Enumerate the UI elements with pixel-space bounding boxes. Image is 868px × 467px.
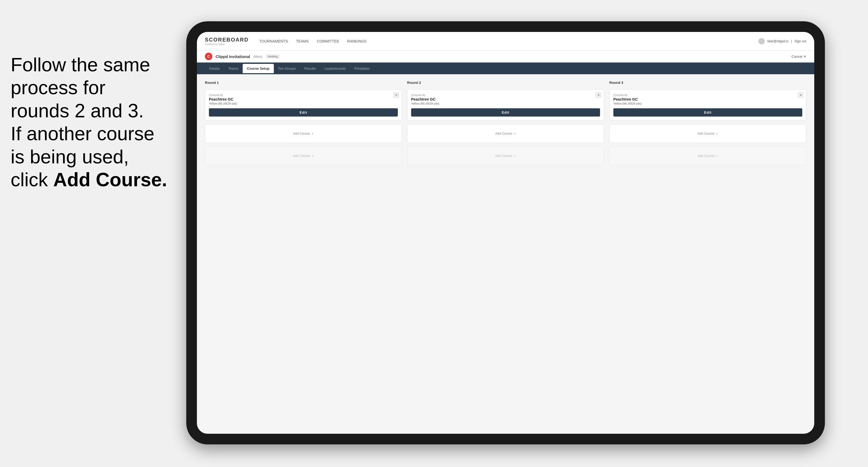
round-3-course-name: Peachtree GC	[613, 97, 802, 101]
round-3-plus-icon: +	[716, 131, 718, 136]
round-2-add-course-text-2: Add Course +	[495, 154, 516, 158]
sub-header: C Clippd Invitational (Men) Hosting Canc…	[197, 51, 814, 63]
round-3-edit-button[interactable]: Edit	[613, 108, 802, 117]
round-2-add-course-card[interactable]: Add Course +	[407, 124, 604, 143]
round-3-add-course-card-2[interactable]: Add Course +	[609, 147, 806, 165]
user-email: blair@clippd.io	[767, 39, 788, 43]
round-1-add-course-card-2[interactable]: Add Course +	[205, 147, 402, 165]
tab-printables[interactable]: Printables	[350, 64, 374, 73]
tab-tee-groups[interactable]: Tee Groups	[274, 64, 300, 73]
round-1-add-course-text-2: Add Course +	[293, 154, 314, 158]
round-1-add-course-text: Add Course +	[293, 131, 314, 136]
round-2-course-name: Peachtree GC	[411, 97, 600, 101]
separator: |	[791, 39, 792, 43]
main-content: Round 1 ✕ (Course A) Peachtree GC Yellow…	[197, 74, 814, 434]
round-3-course-card: ✕ (Course A) Peachtree GC Yellow (M) (66…	[609, 89, 806, 121]
round-2-edit-button[interactable]: Edit	[411, 108, 600, 117]
instruction-text: Follow the same process for rounds 2 and…	[0, 42, 181, 202]
round-1-course-details: Yellow (M) (6629 yds)	[209, 102, 398, 105]
logo-area: SCOREBOARD Powered by clippd	[205, 37, 249, 45]
round-2-column: Round 2 ✕ (Course A) Peachtree GC Yellow…	[407, 81, 604, 165]
nav-teams[interactable]: TEAMS	[296, 38, 309, 45]
round-1-course-name: Peachtree GC	[209, 97, 398, 101]
tablet-screen: SCOREBOARD Powered by clippd TOURNAMENTS…	[197, 32, 814, 434]
round-2-course-card: ✕ (Course A) Peachtree GC Yellow (M) (66…	[407, 89, 604, 121]
tab-details[interactable]: Details	[205, 64, 224, 73]
tab-leaderboards[interactable]: Leaderboards	[320, 64, 350, 73]
logo-scoreboard: SCOREBOARD	[205, 37, 249, 43]
clippd-icon: C	[205, 53, 212, 60]
round-2-add-course-card-2[interactable]: Add Course +	[407, 147, 604, 165]
tab-teams[interactable]: Teams	[224, 64, 243, 73]
round-3-add-course-text: Add Course +	[698, 131, 718, 136]
round-2-plus-icon-2: +	[514, 154, 516, 158]
tournament-name: Clippd Invitational	[216, 54, 250, 59]
nav-committee[interactable]: COMMITTEE	[317, 38, 339, 45]
tournament-info: C Clippd Invitational (Men) Hosting	[205, 53, 280, 60]
tab-results[interactable]: Results	[300, 64, 320, 73]
round-2-add-course-text: Add Course +	[495, 131, 516, 136]
round-3-course-details: Yellow (M) (6629 yds)	[613, 102, 802, 105]
round-3-add-course-card[interactable]: Add Course +	[609, 124, 806, 143]
cancel-x-icon: ✕	[803, 55, 806, 59]
round-3-title: Round 3	[609, 81, 806, 85]
round-1-course-card: ✕ (Course A) Peachtree GC Yellow (M) (66…	[205, 89, 402, 121]
round-2-delete-button[interactable]: ✕	[596, 92, 601, 98]
sign-out-link[interactable]: Sign out	[795, 39, 806, 43]
tab-bar: Details Teams Course Setup Tee Groups Re…	[197, 63, 814, 74]
round-1-column: Round 1 ✕ (Course A) Peachtree GC Yellow…	[205, 81, 402, 165]
nav-tournaments[interactable]: TOURNAMENTS	[259, 38, 288, 45]
round-1-course-label: (Course A)	[209, 93, 398, 97]
tournament-gender: (Men)	[253, 55, 262, 59]
round-1-plus-icon-2: +	[312, 154, 314, 158]
round-3-course-label: (Course A)	[613, 93, 802, 97]
round-2-title: Round 2	[407, 81, 604, 85]
round-3-delete-button[interactable]: ✕	[798, 92, 803, 98]
round-2-course-details: Yellow (M) (6629 yds)	[411, 102, 600, 105]
round-1-edit-button[interactable]: Edit	[209, 108, 398, 117]
round-3-column: Round 3 ✕ (Course A) Peachtree GC Yellow…	[609, 81, 806, 165]
round-1-title: Round 1	[205, 81, 402, 85]
hosting-badge: Hosting	[266, 54, 280, 59]
round-2-plus-icon: +	[514, 131, 516, 136]
logo-powered: Powered by clippd	[205, 43, 249, 45]
round-3-plus-icon-2: +	[716, 154, 718, 158]
user-area: blair@clippd.io | Sign out	[758, 38, 806, 44]
tab-course-setup[interactable]: Course Setup	[243, 64, 274, 73]
rounds-grid: Round 1 ✕ (Course A) Peachtree GC Yellow…	[205, 81, 806, 165]
cancel-button[interactable]: Cancel ✕	[792, 55, 806, 59]
round-1-delete-button[interactable]: ✕	[394, 92, 399, 98]
nav-links: TOURNAMENTS TEAMS COMMITTEE RANKINGS	[259, 38, 758, 45]
top-nav: SCOREBOARD Powered by clippd TOURNAMENTS…	[197, 32, 814, 51]
round-1-plus-icon: +	[312, 131, 314, 136]
nav-rankings[interactable]: RANKINGS	[347, 38, 367, 45]
tablet-frame: SCOREBOARD Powered by clippd TOURNAMENTS…	[186, 21, 825, 444]
round-2-course-label: (Course A)	[411, 93, 600, 97]
round-1-add-course-card[interactable]: Add Course +	[205, 124, 402, 143]
user-avatar	[758, 38, 765, 44]
round-3-add-course-text-2: Add Course +	[698, 154, 718, 158]
